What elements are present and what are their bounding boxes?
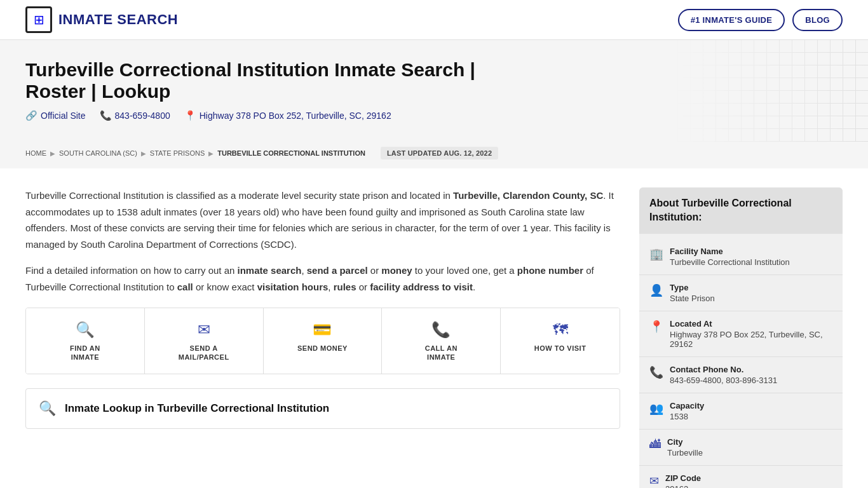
call-label: CALL ANINMATE: [425, 344, 458, 362]
sidebar-items: 🏢 Facility Name Turbeville Correctional …: [639, 234, 843, 488]
lookup-icon: 🔍: [39, 400, 56, 417]
sidebar-item-located-at: 📍 Located At Highway 378 PO Box 252, Tur…: [639, 311, 843, 357]
sidebar-item-phone: 📞 Contact Phone No. 843-659-4800, 803-89…: [639, 357, 843, 393]
find-icon: 🔍: [76, 321, 95, 339]
find-inmate-card[interactable]: 🔍 FIND ANINMATE: [26, 308, 145, 374]
phone-value: 843-659-4800, 803-896-3131: [670, 376, 777, 385]
visit-label: HOW TO VISIT: [534, 344, 587, 353]
hero-section: Turbeville Correctional Institution Inma…: [0, 40, 868, 142]
city-label: City: [667, 437, 703, 447]
header-nav: #1 INMATE'S GUIDE BLOG: [678, 9, 843, 31]
zip-value: 29162: [665, 484, 701, 488]
sidebar-item-capacity: 👥 Capacity 1538: [639, 393, 843, 430]
hero-meta: 🔗 Official Site 📞 843-659-4800 📍 Highway…: [25, 110, 843, 121]
capacity-icon: 👥: [649, 402, 663, 416]
inmate-lookup-section[interactable]: 🔍 Inmate Lookup in Turbeville Correction…: [25, 388, 620, 429]
content-left: Turbeville Correctional Institution is c…: [25, 187, 620, 488]
located-at-label: Located At: [670, 319, 832, 329]
description-para1: Turbeville Correctional Institution is c…: [25, 187, 620, 252]
logo-text: INMATE SEARCH: [58, 11, 178, 28]
breadcrumb-sc[interactable]: SOUTH CAROLINA (SC): [59, 149, 137, 157]
location-icon: 📍: [184, 110, 196, 121]
send-mail-card[interactable]: ✉ SEND AMAIL/PARCEL: [145, 308, 264, 374]
lookup-title: Inmate Lookup in Turbeville Correctional…: [65, 402, 329, 415]
main-content: Turbeville Correctional Institution is c…: [0, 168, 868, 488]
location-pin-icon: 📍: [649, 320, 663, 334]
breadcrumb-sep-3: ▶: [208, 150, 214, 157]
money-label: SEND MONEY: [297, 344, 348, 353]
facility-name-value: Turbeville Correctional Institution: [670, 257, 790, 267]
sidebar-box: About Turbeville Correctional Institutio…: [639, 187, 843, 488]
mail-icon: ✉: [198, 321, 210, 339]
address-info: 📍 Highway 378 PO Box 252, Turbeville, SC…: [184, 110, 391, 121]
link-icon: 🔗: [25, 110, 37, 121]
breadcrumb-home[interactable]: HOME: [25, 149, 46, 157]
capacity-label: Capacity: [670, 401, 704, 410]
sidebar: About Turbeville Correctional Institutio…: [639, 187, 843, 488]
phone-link[interactable]: 📞 843-659-4800: [100, 110, 170, 121]
type-value: State Prison: [670, 294, 715, 303]
type-icon: 👤: [649, 283, 663, 297]
sidebar-header: About Turbeville Correctional Institutio…: [639, 187, 843, 234]
located-at-value: Highway 378 PO Box 252, Turbeville, SC, …: [670, 330, 832, 349]
description-para2: Find a detailed information on how to ca…: [25, 262, 620, 295]
call-icon: 📞: [431, 321, 451, 339]
logo-link[interactable]: ⊞ INMATE SEARCH: [25, 6, 178, 33]
facility-icon: 🏢: [649, 247, 663, 261]
breadcrumb: HOME ▶ SOUTH CAROLINA (SC) ▶ STATE PRISO…: [0, 142, 868, 168]
blog-button[interactable]: BLOG: [792, 9, 843, 31]
breadcrumb-sep-1: ▶: [50, 150, 55, 157]
breadcrumb-state-prisons[interactable]: STATE PRISONS: [150, 149, 205, 157]
phone-icon: 📞: [100, 110, 112, 121]
facility-name-label: Facility Name: [670, 247, 790, 256]
zip-label: ZIP Code: [665, 473, 701, 483]
city-value: Turbeville: [667, 448, 703, 458]
site-header: ⊞ INMATE SEARCH #1 INMATE'S GUIDE BLOG: [0, 0, 868, 40]
money-icon: 💳: [313, 321, 332, 339]
how-to-visit-card[interactable]: 🗺 HOW TO VISIT: [501, 308, 620, 374]
sidebar-item-city: 🏙 City Turbeville: [639, 430, 843, 466]
mail-label: SEND AMAIL/PARCEL: [179, 344, 229, 362]
sidebar-item-facility-name: 🏢 Facility Name Turbeville Correctional …: [639, 239, 843, 275]
contact-phone-icon: 📞: [649, 365, 663, 379]
city-icon: 🏙: [649, 438, 661, 451]
breadcrumb-current: TURBEVILLE CORRECTIONAL INSTITUTION: [217, 149, 365, 157]
official-site-link[interactable]: 🔗 Official Site: [25, 110, 86, 121]
page-title: Turbeville Correctional Institution Inma…: [25, 59, 534, 102]
send-money-card[interactable]: 💳 SEND MONEY: [264, 308, 383, 374]
type-label: Type: [670, 283, 715, 292]
find-label: FIND ANINMATE: [70, 344, 100, 362]
phone-label: Contact Phone No.: [670, 365, 777, 374]
action-cards: 🔍 FIND ANINMATE ✉ SEND AMAIL/PARCEL 💳 SE…: [25, 308, 620, 374]
zip-icon: ✉: [649, 474, 659, 488]
logo-icon: ⊞: [25, 6, 52, 33]
visit-icon: 🗺: [553, 321, 568, 339]
description-text: Turbeville Correctional Institution is c…: [25, 187, 620, 295]
hero-bg-image: [627, 40, 868, 142]
last-updated-badge: LAST UPDATED AUG. 12, 2022: [381, 147, 498, 159]
capacity-value: 1538: [670, 412, 704, 421]
sidebar-item-zip: ✉ ZIP Code 29162: [639, 466, 843, 488]
sidebar-item-type: 👤 Type State Prison: [639, 275, 843, 311]
guide-button[interactable]: #1 INMATE'S GUIDE: [678, 9, 785, 31]
call-inmate-card[interactable]: 📞 CALL ANINMATE: [382, 308, 501, 374]
breadcrumb-sep-2: ▶: [141, 150, 146, 157]
